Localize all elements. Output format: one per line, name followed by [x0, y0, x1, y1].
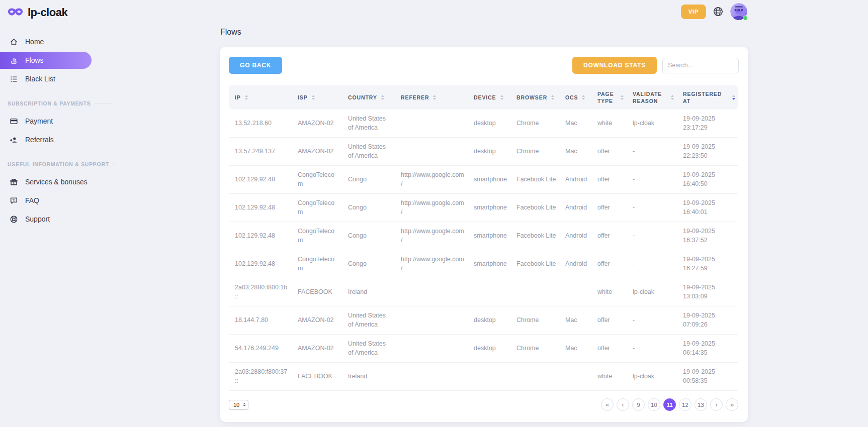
cell-registered_at: 19-09-2025 22:23:50: [677, 138, 738, 166]
cell-referer: [395, 363, 468, 391]
cell-country: Ireland: [342, 363, 395, 391]
support-icon: [9, 215, 18, 224]
cell-validate_reason: lp-cloak: [627, 278, 677, 306]
page-size-value: 10: [233, 402, 239, 408]
column-header-ip[interactable]: IP: [229, 85, 292, 110]
pagination-prev-button[interactable]: ‹: [617, 398, 629, 411]
sidebar-nav: HomeFlowsBlack ListSubscription & paymen…: [0, 33, 111, 228]
sidebar-item-label: Flows: [25, 56, 44, 64]
column-header-page_type[interactable]: PAGE TYPE: [591, 85, 627, 110]
user-avatar[interactable]: [730, 3, 747, 20]
globe-icon: [713, 6, 724, 17]
download-stats-button[interactable]: DOWNLOAD STATS: [572, 57, 657, 74]
pagination-last-button[interactable]: »: [726, 398, 738, 411]
referrals-icon: [9, 136, 18, 144]
pagination-page-9[interactable]: 9: [632, 398, 645, 411]
flows-icon: [9, 56, 18, 65]
column-label: OCS: [565, 94, 578, 101]
sidebar-item-label: Payment: [25, 117, 53, 125]
sidebar-item-flows[interactable]: Flows: [0, 52, 92, 69]
page-size-select[interactable]: 10: [229, 400, 248, 410]
column-header-country[interactable]: COUNTRY: [342, 85, 395, 110]
cell-page_type: offer: [591, 250, 627, 278]
cell-isp: CongoTelecom: [292, 222, 342, 250]
cell-page_type: offer: [591, 222, 627, 250]
cell-ip: 13.57.249.137: [229, 138, 292, 166]
column-label: ISP: [298, 94, 308, 101]
cell-country: Congo: [342, 166, 395, 194]
cell-registered_at: 19-09-2025 07:09:26: [677, 306, 738, 335]
column-label: VALIDATE REASON: [633, 90, 667, 104]
cell-isp: CongoTelecom: [292, 250, 342, 278]
column-header-device[interactable]: DEVICE: [468, 85, 510, 110]
cell-referer: [395, 306, 468, 335]
column-header-registered_at[interactable]: REGISTERED AT: [677, 85, 738, 110]
pagination-page-10[interactable]: 10: [648, 398, 660, 411]
sidebar-item-faq[interactable]: ?!FAQ: [0, 192, 111, 209]
toolbar: GO BACK DOWNLOAD STATS: [229, 57, 739, 74]
column-header-isp[interactable]: ISP: [292, 85, 342, 110]
cell-validate_reason: -: [627, 335, 677, 363]
cell-browser: Chrome: [510, 306, 559, 335]
cell-page_type: offer: [591, 335, 627, 363]
table-footer: 10 «‹910111213›»: [229, 398, 738, 411]
language-button[interactable]: [713, 6, 724, 17]
go-back-button[interactable]: GO BACK: [229, 57, 282, 74]
cell-ocs: Mac: [559, 306, 591, 335]
pagination-page-13[interactable]: 13: [695, 398, 707, 411]
cell-device: smartphone: [468, 250, 510, 278]
sort-icon: [732, 95, 735, 100]
cell-device: [468, 278, 510, 306]
sidebar: lp-cloak HomeFlowsBlack ListSubscription…: [0, 0, 111, 229]
column-header-referer[interactable]: REFERER: [395, 85, 468, 110]
cell-device: desktop: [468, 335, 510, 363]
cell-device: smartphone: [468, 194, 510, 222]
cell-registered_at: 19-09-2025 06:14:35: [677, 335, 738, 363]
sort-icon: [621, 95, 624, 100]
cell-registered_at: 19-09-2025 13:03:09: [677, 278, 738, 306]
cell-ip: 18.144.7.80: [229, 306, 292, 335]
cell-referer: http://www.google.com/: [395, 194, 468, 222]
pagination-page-12[interactable]: 12: [679, 398, 691, 411]
sidebar-item-support[interactable]: Support: [0, 210, 111, 228]
cell-device: smartphone: [468, 166, 510, 194]
vip-button[interactable]: VIP: [681, 5, 706, 19]
sidebar-item-referrals[interactable]: Referrals: [0, 131, 111, 148]
sidebar-item-services-bonuses[interactable]: Services & bonuses: [0, 173, 111, 190]
sidebar-section-header: Subscription & payments: [0, 100, 111, 106]
brand-logo[interactable]: lp-cloak: [0, 0, 111, 19]
pagination-first-button[interactable]: «: [601, 398, 614, 411]
cell-isp: AMAZON-02: [292, 110, 342, 138]
sidebar-item-label: Home: [25, 38, 44, 46]
cell-ip: 2a03:2880:f800:1b::: [229, 278, 292, 306]
cell-validate_reason: -: [627, 194, 677, 222]
main-content: Flows GO BACK DOWNLOAD STATS IPISPCOUNTR…: [220, 28, 748, 422]
pagination-page-11[interactable]: 11: [663, 398, 676, 411]
sidebar-item-black-list[interactable]: Black List: [0, 70, 111, 87]
cell-validate_reason: lp-cloak: [627, 110, 677, 138]
cell-ip: 2a03:2880:f800:37::: [229, 363, 292, 391]
cell-registered_at: 19-09-2025 23:17:29: [677, 110, 738, 138]
topbar-right: VIP: [681, 3, 747, 20]
pagination-next-button[interactable]: ›: [710, 398, 723, 411]
column-header-validate_reason[interactable]: VALIDATE REASON: [627, 85, 677, 110]
sort-icon: [245, 95, 248, 100]
cell-page_type: offer: [591, 166, 627, 194]
sidebar-item-payment[interactable]: Payment: [0, 113, 111, 130]
search-input[interactable]: [662, 58, 739, 73]
sidebar-item-home[interactable]: Home: [0, 33, 111, 50]
column-label: REGISTERED AT: [683, 90, 728, 104]
cell-browser: Facebook Lite: [510, 194, 559, 222]
sort-icon: [433, 95, 436, 100]
cell-isp: AMAZON-02: [292, 138, 342, 166]
brand-name: lp-cloak: [28, 6, 67, 19]
column-header-browser[interactable]: BROWSER: [510, 85, 559, 110]
sort-icon: [381, 95, 384, 100]
cell-ip: 54.176.249.249: [229, 335, 292, 363]
cell-ocs: Mac: [559, 110, 591, 138]
cell-validate_reason: -: [627, 250, 677, 278]
cell-registered_at: 19-09-2025 16:40:01: [677, 194, 738, 222]
column-header-ocs[interactable]: OCS: [559, 85, 591, 110]
table-row: 13.57.249.137AMAZON-02United States of A…: [229, 138, 738, 166]
cell-ocs: Android: [559, 194, 591, 222]
